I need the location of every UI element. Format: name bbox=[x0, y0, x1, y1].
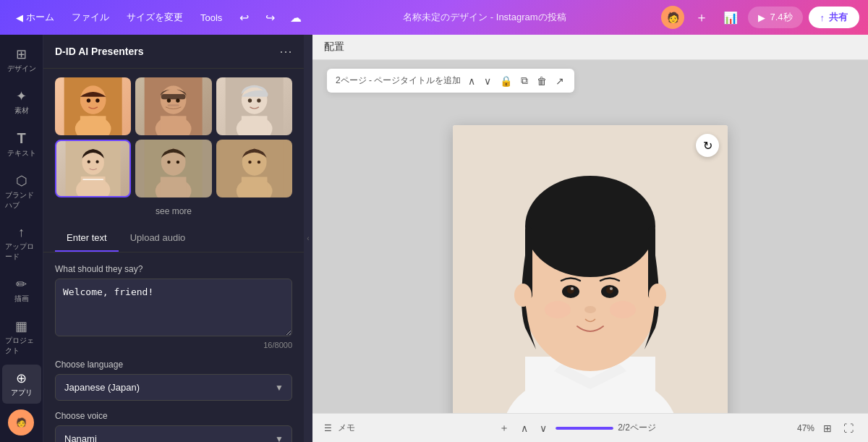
voice-field-group: Choose voice Nanami Keita Aoi Daichi ▼ bbox=[55, 411, 292, 442]
svg-point-6 bbox=[95, 98, 99, 102]
lock-button[interactable]: 🔒 bbox=[498, 74, 514, 88]
duplicate-page-button[interactable]: ⧉ bbox=[519, 73, 529, 88]
resize-button[interactable]: サイズを変更 bbox=[119, 8, 190, 27]
sidebar-item-design[interactable]: ⊞ デザイン bbox=[2, 41, 41, 80]
presenter-thumb-6[interactable] bbox=[216, 140, 292, 197]
svg-point-54 bbox=[571, 287, 574, 290]
canvas-card: D·ID ↻ bbox=[453, 125, 728, 413]
language-select[interactable]: Japanese (Japan) English (US) English (U… bbox=[55, 374, 292, 401]
export-page-button[interactable]: ↗ bbox=[554, 74, 566, 88]
analytics-button[interactable]: 📊 bbox=[719, 6, 742, 29]
apps-icon: ⊕ bbox=[16, 370, 27, 386]
svg-point-20 bbox=[257, 98, 260, 102]
main-layout: ⊞ デザイン ✦ 素材 T テキスト ⬡ ブランドハブ ↑ アップロード ✏ 描… bbox=[0, 35, 868, 442]
tab-upload-audio[interactable]: Upload audio bbox=[119, 225, 197, 252]
draw-icon: ✏ bbox=[16, 276, 27, 292]
page-progress-fill bbox=[556, 427, 613, 430]
refresh-button[interactable]: ↻ bbox=[696, 134, 719, 157]
document-title: 名称未定のデザイン - Instagramの投稿 bbox=[403, 11, 566, 24]
svg-point-53 bbox=[606, 286, 613, 294]
undo-button[interactable]: ↩ bbox=[232, 6, 255, 29]
canvas-workspace[interactable]: 2ページ - ページタイトルを追加 ∧ ∨ 🔒 ⧉ 🗑 ↗ bbox=[312, 60, 868, 413]
sidebar-item-draw[interactable]: ✏ 描画 bbox=[2, 271, 41, 310]
svg-rect-37 bbox=[242, 177, 268, 197]
svg-point-12 bbox=[167, 98, 171, 102]
page-nav-down-button[interactable]: ∨ bbox=[537, 420, 550, 437]
panel-collapse-handle[interactable]: ‹ bbox=[304, 35, 312, 442]
presenter-thumb-2[interactable] bbox=[135, 77, 211, 135]
svg-point-55 bbox=[610, 287, 613, 290]
sidebar-item-text[interactable]: T テキスト bbox=[2, 124, 41, 164]
redo-button[interactable]: ↪ bbox=[258, 6, 281, 29]
svg-point-45 bbox=[525, 176, 655, 277]
play-button[interactable]: ▶ 7.4秒 bbox=[748, 7, 802, 28]
top-navigation: ◀ ホーム ファイル サイズを変更 Tools ↩ ↪ ☁ 名称未定のデザイン … bbox=[0, 0, 868, 35]
panel-more-button[interactable]: ⋯ bbox=[279, 43, 292, 59]
add-page-button[interactable]: ＋ bbox=[496, 419, 512, 438]
panel-form: What should they say? Welcome, friend! 1… bbox=[43, 252, 304, 442]
grid-view-button[interactable]: ⊞ bbox=[820, 420, 835, 437]
upload-icon: ↑ bbox=[18, 225, 25, 240]
sidebar-item-projects[interactable]: ▦ プロジェクト bbox=[2, 313, 41, 362]
svg-point-32 bbox=[168, 161, 171, 163]
svg-point-49 bbox=[649, 284, 666, 307]
sidebar-item-apps[interactable]: ⊕ アプリ bbox=[2, 365, 41, 404]
svg-rect-31 bbox=[161, 177, 187, 197]
share-button[interactable]: ↑ 共有 bbox=[809, 7, 860, 28]
voice-select[interactable]: Nanami Keita Aoi Daichi bbox=[55, 425, 292, 442]
tab-enter-text[interactable]: Enter text bbox=[55, 225, 119, 252]
bottom-bar: ☰ メモ ＋ ∧ ∨ 2/2ページ 47% ⊞ ⛶ bbox=[312, 413, 868, 442]
page-up-button[interactable]: ∧ bbox=[467, 74, 477, 88]
file-menu-button[interactable]: ファイル bbox=[64, 8, 116, 27]
tools-button[interactable]: Tools bbox=[193, 9, 229, 26]
page-nav-up-button[interactable]: ∧ bbox=[518, 420, 531, 437]
presenter-thumb-4[interactable] bbox=[55, 140, 131, 197]
projects-icon: ▦ bbox=[15, 318, 27, 334]
svg-point-57 bbox=[545, 301, 571, 318]
say-label: What should they say? bbox=[55, 264, 292, 274]
svg-rect-27 bbox=[82, 179, 103, 180]
svg-point-5 bbox=[87, 98, 90, 102]
bottom-bar-left: ☰ メモ bbox=[324, 422, 355, 434]
svg-rect-14 bbox=[168, 104, 179, 106]
back-arrow-icon: ◀ bbox=[16, 12, 23, 23]
language-field-group: Choose language Japanese (Japan) English… bbox=[55, 360, 292, 401]
canvas-header: 配置 bbox=[312, 35, 868, 60]
presenter-thumb-3[interactable] bbox=[216, 77, 292, 135]
memo-label[interactable]: メモ bbox=[338, 422, 355, 434]
sidebar-item-upload[interactable]: ↑ アップロード bbox=[2, 219, 41, 268]
svg-point-38 bbox=[248, 161, 251, 163]
user-avatar-button[interactable]: 🧑 bbox=[661, 6, 684, 29]
cloud-save-button[interactable]: ☁ bbox=[284, 6, 307, 29]
brand-icon: ⬡ bbox=[16, 173, 27, 189]
svg-rect-10 bbox=[161, 116, 187, 135]
say-textarea[interactable]: Welcome, friend! bbox=[55, 279, 292, 336]
svg-point-19 bbox=[247, 98, 251, 102]
svg-rect-11 bbox=[161, 94, 186, 99]
page-progress-bar bbox=[556, 427, 613, 430]
say-field-group: What should they say? Welcome, friend! 1… bbox=[55, 264, 292, 349]
presenter-image bbox=[453, 125, 728, 413]
page-title: 2ページ - ページタイトルを追加 bbox=[336, 75, 461, 87]
voice-label: Choose voice bbox=[55, 411, 292, 421]
bottom-bar-center: ＋ ∧ ∨ 2/2ページ bbox=[364, 419, 788, 438]
user-sidebar-avatar[interactable]: 🧑 bbox=[8, 409, 34, 435]
svg-point-39 bbox=[257, 161, 260, 163]
page-down-button[interactable]: ∨ bbox=[482, 74, 493, 88]
delete-page-button[interactable]: 🗑 bbox=[535, 74, 548, 88]
see-more-button[interactable]: see more bbox=[43, 203, 304, 225]
presenter-thumb-1[interactable] bbox=[55, 77, 131, 135]
nav-actions: 🧑 ＋ 📊 ▶ 7.4秒 ↑ 共有 bbox=[661, 6, 859, 29]
share-icon: ↑ bbox=[820, 12, 825, 23]
panel-title: D-ID AI Presenters bbox=[55, 46, 143, 57]
icon-sidebar: ⊞ デザイン ✦ 素材 T テキスト ⬡ ブランドハブ ↑ アップロード ✏ 描… bbox=[0, 35, 43, 442]
sidebar-item-brand[interactable]: ⬡ ブランドハブ bbox=[2, 167, 41, 216]
elements-icon: ✦ bbox=[16, 88, 27, 104]
fullscreen-button[interactable]: ⛶ bbox=[841, 420, 856, 437]
svg-point-56 bbox=[584, 306, 596, 313]
sidebar-item-elements[interactable]: ✦ 素材 bbox=[2, 82, 41, 122]
add-button[interactable]: ＋ bbox=[690, 6, 713, 29]
back-home-button[interactable]: ◀ ホーム bbox=[9, 8, 61, 27]
presenter-thumb-5[interactable] bbox=[135, 140, 211, 197]
zoom-level: 47% bbox=[797, 423, 814, 433]
